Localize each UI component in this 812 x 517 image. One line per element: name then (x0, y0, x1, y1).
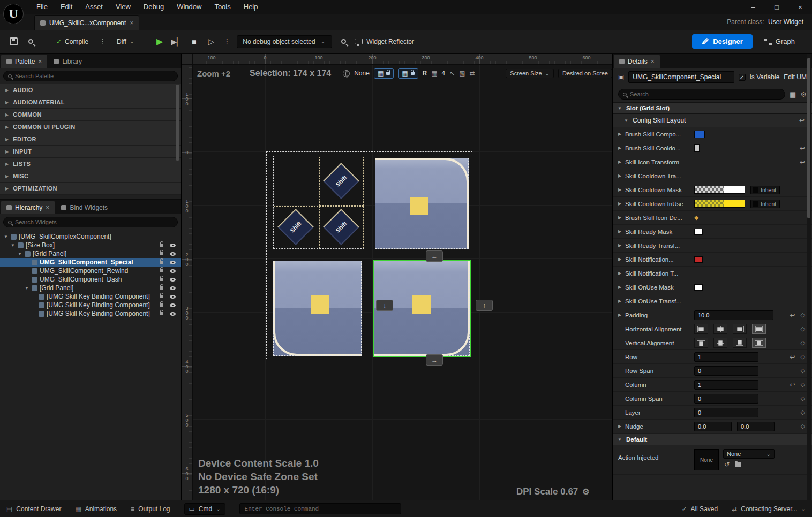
expander-icon[interactable]: ▶ (618, 229, 625, 234)
visibility-eye-icon[interactable] (170, 252, 176, 256)
asset-thumbnail-well[interactable]: None (694, 449, 719, 470)
reset-icon[interactable]: ↩ (800, 145, 805, 152)
reset-icon[interactable]: ↩ (790, 353, 795, 361)
lock-icon[interactable] (160, 252, 163, 255)
settings-gear-icon[interactable]: ⚙ (800, 90, 807, 98)
lock-icon[interactable] (411, 72, 415, 75)
grid-snap-icon[interactable]: ▦ (402, 70, 408, 77)
property-config-skill-layout[interactable]: ▼Config Skill Layout↩ (613, 114, 812, 127)
expander-icon[interactable]: ▶ (618, 215, 625, 220)
designer-mode-button[interactable]: 🖉 Designer (692, 34, 753, 49)
grid-size-value[interactable]: 4 (442, 70, 446, 77)
browse-to-asset-icon[interactable] (735, 462, 741, 467)
expander-icon[interactable]: ▶ (618, 313, 625, 317)
lock-icon[interactable] (160, 244, 163, 247)
valign-option-0[interactable] (694, 338, 708, 348)
property-row[interactable]: ▶Skill Ready Transf... (613, 239, 812, 253)
expander-icon[interactable]: ▶ (618, 146, 625, 150)
details-search-input[interactable] (630, 91, 780, 97)
inherit-chip[interactable]: Inherit (750, 186, 780, 194)
valign-option-2[interactable] (733, 338, 747, 348)
valign-option-3[interactable] (752, 338, 766, 348)
browse-debug-icon[interactable] (337, 36, 349, 48)
details-scrollbar[interactable] (807, 54, 811, 500)
lock-icon[interactable] (160, 261, 163, 264)
value-input[interactable]: 0 (694, 394, 758, 404)
palette-category-common-ui-plugin[interactable]: ▶COMMON UI PLUGIN (0, 121, 181, 133)
bind-diamond-icon[interactable]: ◇ (801, 325, 805, 332)
design-canvas[interactable]: Zoom +2 Selection: 174 x 174 None ▦ ▦ R … (193, 65, 612, 500)
localization-preview-icon[interactable] (343, 70, 350, 77)
nav-arrow-down[interactable]: ↓ (376, 300, 393, 311)
field-column[interactable]: Column1↩◇ (613, 378, 812, 392)
tree-item[interactable]: [UMG Skill Key Binding Component] (0, 309, 181, 318)
rotation-mode-button[interactable]: R (423, 70, 427, 77)
visibility-eye-icon[interactable] (170, 303, 176, 307)
property-row[interactable]: ▶Skill Ready Mask (613, 225, 812, 239)
screen-size-dropdown[interactable]: Screen Size ⌄ (506, 69, 554, 78)
texture-swatch[interactable] (694, 186, 745, 194)
palette-category-optimization[interactable]: ▶OPTIMIZATION (0, 183, 181, 195)
widget-name-input[interactable] (628, 71, 734, 83)
menu-help[interactable]: Help (237, 0, 265, 14)
visibility-eye-icon[interactable] (170, 261, 176, 264)
compile-options-icon[interactable]: ⋮ (98, 37, 107, 45)
menu-edit[interactable]: Edit (54, 0, 79, 14)
visibility-eye-icon[interactable] (170, 312, 176, 316)
use-selected-icon[interactable]: ↺ (724, 461, 730, 468)
nav-arrow-left[interactable]: ← (426, 250, 443, 262)
field-layer[interactable]: Layer0◇ (613, 406, 812, 420)
property-row[interactable]: ▶Skill OnUse Mask (613, 280, 812, 294)
source-control-status[interactable]: ⇄ Contacting Server... ⌄ (732, 505, 806, 513)
lock-icon[interactable] (160, 303, 163, 307)
palette-category-common[interactable]: ▶COMMON (0, 109, 181, 121)
menu-view[interactable]: View (109, 0, 137, 14)
frame-skip-button[interactable]: ▶▏ (171, 36, 183, 48)
console-command-input[interactable] (239, 503, 401, 514)
menu-asset[interactable]: Asset (79, 0, 109, 14)
layout-snap-group[interactable]: ▦ (398, 68, 418, 79)
field-horizontal-alignment[interactable]: Horizontal Alignment◇ (613, 322, 812, 336)
skill-component-dash[interactable] (273, 261, 362, 356)
texture-swatch[interactable] (694, 200, 745, 208)
tree-item[interactable]: ▼[Grid Panel] (0, 249, 181, 258)
color-swatch[interactable] (694, 144, 700, 152)
tree-item[interactable]: ▼[Grid Panel] (0, 284, 181, 292)
key-binding-diamond[interactable]: Shift (326, 212, 356, 242)
dpi-settings-gear-icon[interactable]: ⚙ (582, 487, 589, 497)
bind-diamond-icon[interactable]: ◇ (801, 339, 805, 346)
expander-icon[interactable]: ▶ (618, 424, 625, 429)
nav-arrow-up[interactable]: ↑ (476, 300, 493, 311)
expander-icon[interactable]: ▼ (24, 286, 29, 291)
value-input[interactable]: 10.0 (694, 310, 773, 320)
value-input[interactable]: 0 (694, 408, 758, 417)
lock-icon[interactable] (160, 295, 163, 298)
flag-none-label[interactable]: None (354, 70, 370, 77)
value-input[interactable]: 0.0 (737, 422, 775, 431)
field-row-span[interactable]: Row Span0◇ (613, 364, 812, 378)
tab-palette[interactable]: Palette × (1, 55, 47, 68)
tab-library[interactable]: Library (48, 55, 87, 68)
save-status[interactable]: ✓ All Saved (681, 505, 718, 513)
property-row[interactable]: ▶Brush Skill Compo... (613, 127, 812, 141)
reset-icon[interactable]: ↩ (800, 158, 805, 166)
palette-scrollbar[interactable] (176, 85, 179, 161)
close-button[interactable]: × (788, 0, 812, 14)
desired-on-screen-dropdown[interactable]: Desired on Scree (558, 69, 612, 78)
halign-option-2[interactable] (733, 324, 747, 334)
tree-item[interactable]: [UMG Skill Key Binding Component] (0, 292, 181, 301)
minimize-button[interactable]: – (741, 0, 765, 14)
color-swatch[interactable] (694, 256, 703, 263)
diff-button[interactable]: Diff ⌄ (112, 36, 138, 48)
expander-icon[interactable]: ▶ (618, 257, 625, 262)
details-tab-close-icon[interactable]: × (651, 58, 655, 65)
grid-snap-icon[interactable]: ▦ (378, 70, 384, 77)
property-row[interactable]: ▶Brush Skill Cooldo...↩ (613, 141, 812, 155)
skill-component-rewind[interactable] (375, 158, 469, 249)
property-row[interactable]: ▶Skill OnUse Transf... (613, 294, 812, 308)
field-column-span[interactable]: Column Span0◇ (613, 392, 812, 406)
color-swatch[interactable] (694, 229, 703, 235)
palette-category-input[interactable]: ▶INPUT (0, 146, 181, 158)
tree-item[interactable]: ▼[Size Box] (0, 241, 181, 249)
asset-dropdown[interactable]: None⌄ (723, 449, 775, 459)
